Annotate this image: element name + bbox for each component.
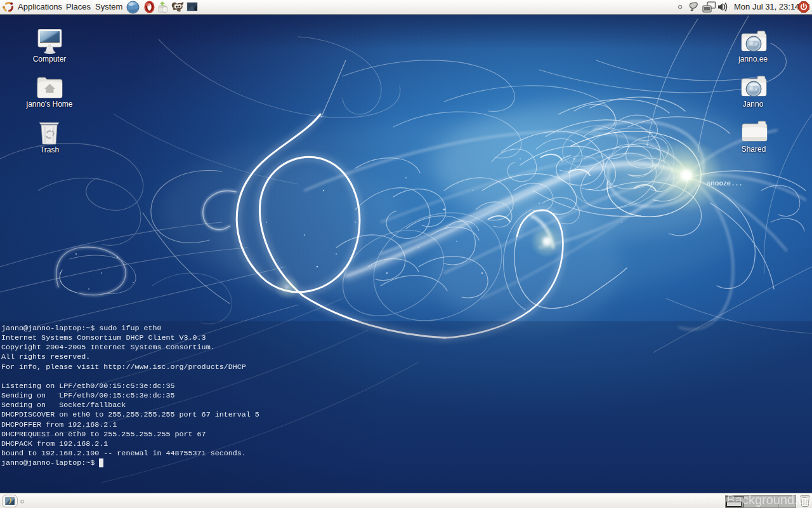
svg-text:snooze...: snooze...	[707, 179, 742, 187]
